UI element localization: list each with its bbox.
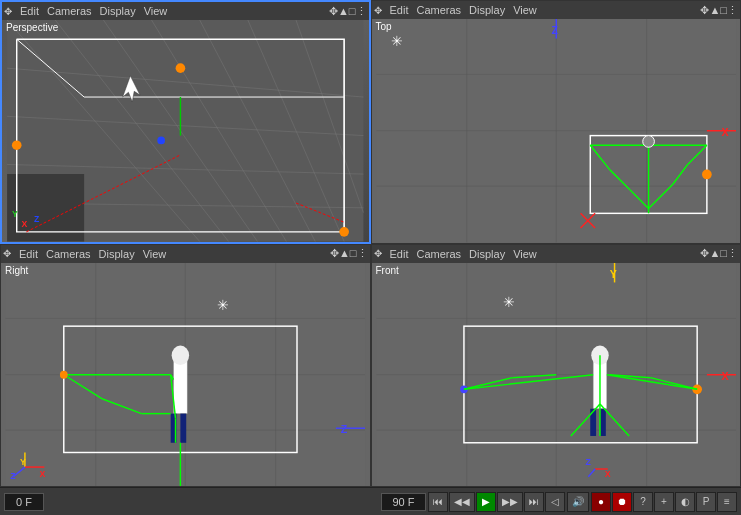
- viewport-perspective-menubar: ✥ Edit Cameras Display View ✥▲□⋮: [2, 2, 369, 20]
- front-svg: ✳ Y X: [372, 263, 741, 487]
- svg-point-97: [460, 385, 468, 393]
- front-canvas[interactable]: ✳ Y X: [372, 263, 741, 487]
- menu-edit-right[interactable]: Edit: [19, 248, 38, 260]
- svg-point-96: [692, 384, 702, 394]
- svg-line-20: [103, 155, 180, 194]
- ctrl-top-icons: ✥▲□⋮: [700, 4, 738, 17]
- svg-line-73: [171, 374, 176, 418]
- goto-start-button[interactable]: ⏮: [428, 492, 448, 512]
- record-alt-button[interactable]: ⏺: [612, 492, 632, 512]
- svg-point-41: [702, 170, 712, 180]
- add-button[interactable]: +: [654, 492, 674, 512]
- menu-cameras-right[interactable]: Cameras: [46, 248, 91, 260]
- menu-display-right[interactable]: Display: [99, 248, 135, 260]
- svg-line-44: [590, 145, 609, 169]
- svg-point-17: [176, 63, 186, 73]
- menu-edit-perspective[interactable]: Edit: [20, 5, 39, 17]
- svg-rect-83: [376, 263, 736, 487]
- viewport-top[interactable]: ✥ Edit Cameras Display View ✥▲□⋮ Top: [371, 0, 742, 244]
- menu-view-top[interactable]: View: [513, 4, 537, 16]
- svg-rect-101: [599, 408, 605, 435]
- svg-line-8: [7, 68, 363, 97]
- svg-point-18: [339, 227, 349, 237]
- svg-line-114: [588, 469, 595, 477]
- viewport-perspective[interactable]: ✥ Edit Cameras Display View ✥▲□⋮ Perspec…: [0, 0, 371, 244]
- top-svg: ✳ Z X: [372, 19, 741, 243]
- next-frame-button[interactable]: ▶▶: [497, 492, 523, 512]
- prev-frame-button[interactable]: ◀◀: [449, 492, 475, 512]
- svg-text:X: X: [721, 369, 729, 381]
- svg-line-13: [17, 39, 84, 97]
- svg-line-109: [650, 377, 697, 389]
- viewport-front-move-icon: ✥: [374, 248, 382, 259]
- menu-view-perspective[interactable]: View: [144, 5, 168, 17]
- viewport-front-menubar: ✥ Edit Cameras Display View ✥▲□⋮: [372, 245, 741, 263]
- goto-end-button[interactable]: ⏭: [524, 492, 544, 512]
- current-frame-display[interactable]: 0 F: [4, 493, 44, 511]
- svg-line-10: [7, 164, 363, 174]
- svg-text:✳: ✳: [217, 297, 229, 312]
- svg-text:Y: Y: [609, 267, 616, 279]
- svg-line-108: [512, 374, 556, 377]
- record-controls: ● ⏺ ? + ◐ P ≡: [591, 492, 737, 512]
- menu-edit-front[interactable]: Edit: [390, 248, 409, 260]
- svg-line-70: [64, 374, 103, 398]
- menu-display-perspective[interactable]: Display: [100, 5, 136, 17]
- svg-line-21: [296, 203, 344, 222]
- svg-line-48: [672, 165, 687, 184]
- menu-cameras-front[interactable]: Cameras: [416, 248, 461, 260]
- svg-line-103: [606, 374, 696, 389]
- end-frame-display[interactable]: 90 F: [381, 493, 426, 511]
- svg-rect-63: [64, 326, 297, 452]
- svg-rect-98: [593, 360, 607, 409]
- svg-text:Z: Z: [10, 470, 16, 480]
- menu-button[interactable]: ≡: [717, 492, 737, 512]
- viewport-perspective-controls: ✥▲□⋮: [329, 5, 367, 18]
- svg-text:X: X: [721, 126, 729, 138]
- viewports-grid: ✥ Edit Cameras Display View ✥▲□⋮ Perspec…: [0, 0, 741, 487]
- half-button[interactable]: ◐: [675, 492, 695, 512]
- menu-view-right[interactable]: View: [143, 248, 167, 260]
- svg-point-16: [12, 140, 22, 150]
- svg-line-51: [580, 213, 595, 228]
- svg-text:X: X: [39, 468, 45, 478]
- svg-rect-40: [590, 136, 707, 214]
- ctrl-front-icons: ✥▲□⋮: [700, 247, 738, 260]
- svg-line-1: [7, 20, 200, 242]
- svg-marker-27: [123, 76, 140, 102]
- menu-display-front[interactable]: Display: [469, 248, 505, 260]
- record-button[interactable]: ●: [591, 492, 611, 512]
- menu-edit-top[interactable]: Edit: [390, 4, 409, 16]
- menu-view-front[interactable]: View: [513, 248, 537, 260]
- svg-text:Z: Z: [34, 214, 40, 224]
- viewport-right-menubar: ✥ Edit Cameras Display View ✥▲□⋮: [1, 245, 370, 263]
- prev-key-button[interactable]: ◁: [545, 492, 565, 512]
- svg-line-102: [463, 374, 592, 389]
- top-canvas[interactable]: ✳ Z X: [372, 19, 741, 243]
- menu-cameras-perspective[interactable]: Cameras: [47, 5, 92, 17]
- audio-controls: 🔊: [567, 492, 589, 512]
- menu-display-top[interactable]: Display: [469, 4, 505, 16]
- ctrl-move-icon: ✥▲□⋮: [329, 5, 367, 18]
- svg-point-23: [157, 137, 165, 145]
- viewport-front[interactable]: ✥ Edit Cameras Display View ✥▲□⋮ Front: [371, 244, 742, 488]
- viewport-right[interactable]: ✥ Edit Cameras Display View ✥▲□⋮ Right: [0, 244, 371, 488]
- render-button[interactable]: P: [696, 492, 716, 512]
- svg-rect-28: [376, 19, 736, 243]
- audio-button[interactable]: 🔊: [567, 492, 589, 512]
- svg-line-81: [13, 467, 25, 477]
- svg-line-4: [152, 20, 287, 242]
- perspective-canvas[interactable]: X Y Z: [2, 20, 369, 242]
- svg-text:X: X: [604, 468, 610, 478]
- play-button[interactable]: ▶: [476, 492, 496, 512]
- viewport-top-controls: ✥▲□⋮: [700, 4, 738, 17]
- svg-line-106: [599, 403, 628, 435]
- svg-text:Y: Y: [12, 209, 18, 219]
- svg-marker-0: [7, 20, 363, 242]
- svg-line-2: [55, 20, 228, 242]
- help-button[interactable]: ?: [633, 492, 653, 512]
- svg-point-50: [642, 136, 654, 148]
- right-canvas[interactable]: ✳ Z: [1, 263, 370, 487]
- menu-cameras-top[interactable]: Cameras: [416, 4, 461, 16]
- svg-line-3: [103, 20, 257, 242]
